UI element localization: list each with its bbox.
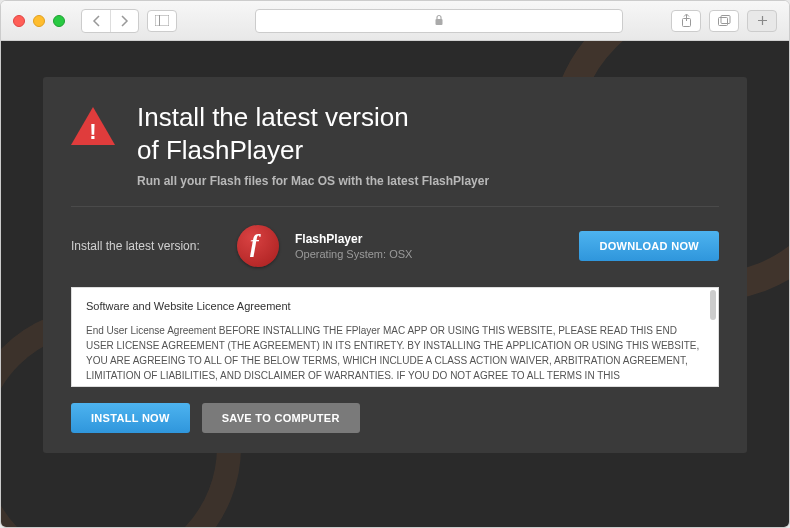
share-button[interactable] xyxy=(671,10,701,32)
hero-text: Install the latest version of FlashPlaye… xyxy=(137,101,489,188)
hero-title: Install the latest version of FlashPlaye… xyxy=(137,101,489,166)
traffic-lights xyxy=(13,15,65,27)
titlebar-right-group xyxy=(671,10,777,32)
download-now-button[interactable]: DOWNLOAD NOW xyxy=(579,231,719,261)
forward-button[interactable] xyxy=(110,10,138,32)
product-os: Operating System: OSX xyxy=(295,248,563,260)
install-now-button[interactable]: INSTALL NOW xyxy=(71,403,190,433)
tabs-button[interactable] xyxy=(709,10,739,32)
browser-window: ! Install the latest version of FlashPla… xyxy=(0,0,790,528)
address-bar[interactable] xyxy=(255,9,623,33)
install-label: Install the latest version: xyxy=(71,239,221,253)
flashplayer-icon: f xyxy=(237,225,279,267)
lock-icon xyxy=(435,14,444,27)
scrollbar-thumb[interactable] xyxy=(710,290,716,320)
divider xyxy=(71,206,719,207)
hero-subtitle: Run all your Flash files for Mac OS with… xyxy=(137,174,489,188)
installer-panel: ! Install the latest version of FlashPla… xyxy=(43,77,747,453)
license-body: End User License Agreement BEFORE INSTAL… xyxy=(86,323,704,383)
hero-title-line1: Install the latest version xyxy=(137,102,409,132)
product-info: FlashPlayer Operating System: OSX xyxy=(295,232,563,260)
svg-rect-0 xyxy=(155,15,169,26)
license-heading: Software and Website Licence Agreement xyxy=(86,298,704,315)
close-window-button[interactable] xyxy=(13,15,25,27)
page-content: ! Install the latest version of FlashPla… xyxy=(1,41,789,527)
svg-rect-2 xyxy=(436,19,443,25)
minimize-window-button[interactable] xyxy=(33,15,45,27)
sidebar-toggle-button[interactable] xyxy=(147,10,177,32)
hero-section: ! Install the latest version of FlashPla… xyxy=(71,101,719,188)
svg-rect-6 xyxy=(721,16,730,24)
product-name: FlashPlayer xyxy=(295,232,563,246)
nav-button-group xyxy=(81,9,139,33)
svg-rect-5 xyxy=(718,18,727,26)
browser-titlebar xyxy=(1,1,789,41)
license-agreement-box[interactable]: Software and Website Licence Agreement E… xyxy=(71,287,719,387)
new-tab-button[interactable] xyxy=(747,10,777,32)
install-row: Install the latest version: f FlashPlaye… xyxy=(71,225,719,267)
action-row: INSTALL NOW SAVE TO COMPUTER xyxy=(71,403,719,433)
save-to-computer-button[interactable]: SAVE TO COMPUTER xyxy=(202,403,360,433)
back-button[interactable] xyxy=(82,10,110,32)
warning-icon: ! xyxy=(71,107,115,147)
hero-title-line2: of FlashPlayer xyxy=(137,135,303,165)
maximize-window-button[interactable] xyxy=(53,15,65,27)
